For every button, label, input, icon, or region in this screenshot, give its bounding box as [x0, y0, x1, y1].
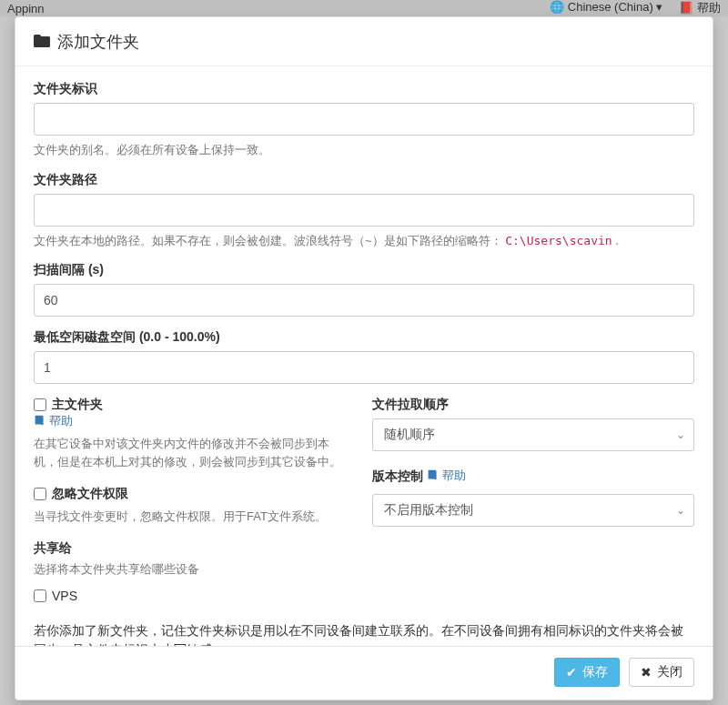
book-icon: [34, 414, 46, 428]
pull-order-select[interactable]: 随机顺序: [372, 418, 694, 451]
master-folder-label[interactable]: 主文件夹: [34, 397, 350, 413]
min-disk-label: 最低空闲磁盘空间 (0.0 - 100.0%): [34, 329, 694, 346]
master-folder-desc: 在其它设备中对该文件夹内文件的修改并不会被同步到本机，但是在本机上对其的修改，则…: [34, 435, 350, 471]
modal-footer: ✔ 保存 ✖ 关闭: [15, 646, 713, 700]
check-icon: ✔: [566, 665, 577, 680]
share-device-row: VPS: [34, 589, 350, 603]
ignore-perm-label[interactable]: 忽略文件权限: [34, 486, 350, 502]
modal-body: 文件夹标识 文件夹的别名。必须在所有设备上保持一致。 文件夹路径 文件夹在本地的…: [15, 66, 713, 646]
options-right: 文件拉取顺序 随机顺序 ⌄ 版本控制 帮助: [372, 397, 694, 603]
ignore-perm-checkbox[interactable]: [34, 488, 46, 500]
master-folder-line: 主文件夹 帮助: [34, 397, 350, 429]
min-disk-group: 最低空闲磁盘空间 (0.0 - 100.0%): [34, 329, 694, 384]
add-folder-modal: 添加文件夹 文件夹标识 文件夹的别名。必须在所有设备上保持一致。 文件夹路径 文…: [15, 16, 713, 700]
folder-path-input[interactable]: [34, 194, 694, 227]
share-device-vps-checkbox[interactable]: [34, 589, 46, 602]
master-folder-help-link[interactable]: 帮助: [34, 413, 73, 429]
book-icon: [427, 468, 439, 483]
ignore-perm-desc: 当寻找文件变更时，忽略文件权限。用于FAT文件系统。: [34, 508, 350, 526]
bottom-note: 若你添加了新文件夹，记住文件夹标识是用以在不同设备间建立联系的。在不同设备间拥有…: [34, 621, 694, 646]
pull-order-select-wrapper: 随机顺序 ⌄: [372, 418, 694, 451]
share-device-vps-label[interactable]: VPS: [34, 589, 77, 603]
options-row: 主文件夹 帮助 在其它设备中对该文件夹内文件的修改并不会被同步到本机，但是在本机…: [34, 397, 694, 603]
folder-id-group: 文件夹标识 文件夹的别名。必须在所有设备上保持一致。: [34, 81, 694, 159]
version-select-wrapper: 不启用版本控制 ⌄: [372, 494, 694, 527]
version-label-row: 版本控制 帮助: [372, 468, 694, 488]
close-button[interactable]: ✖ 关闭: [629, 658, 694, 687]
save-button[interactable]: ✔ 保存: [554, 658, 620, 687]
folder-icon: [34, 34, 50, 51]
master-folder-checkbox[interactable]: [34, 398, 46, 411]
folder-id-input[interactable]: [34, 103, 694, 136]
share-label: 共享给: [34, 540, 350, 557]
scan-interval-input[interactable]: [34, 284, 694, 317]
folder-path-group: 文件夹路径 文件夹在本地的路径。如果不存在，则会被创建。波浪线符号（~）是如下路…: [34, 172, 694, 250]
version-help-link[interactable]: 帮助: [427, 468, 466, 484]
scan-interval-group: 扫描间隔 (s): [34, 262, 694, 317]
path-code: C:\Users\scavin: [505, 234, 612, 247]
folder-id-help: 文件夹的别名。必须在所有设备上保持一致。: [34, 141, 694, 159]
version-select[interactable]: 不启用版本控制: [372, 494, 694, 527]
folder-id-label: 文件夹标识: [34, 81, 694, 97]
modal-header: 添加文件夹: [15, 17, 713, 66]
ignore-perm-line: 忽略文件权限: [34, 486, 350, 502]
share-desc: 选择将本文件夹共享给哪些设备: [34, 560, 350, 579]
options-left: 主文件夹 帮助 在其它设备中对该文件夹内文件的修改并不会被同步到本机，但是在本机…: [34, 397, 350, 603]
modal-title: 添加文件夹: [57, 31, 139, 53]
close-icon: ✖: [641, 665, 652, 680]
version-label: 版本控制: [372, 468, 423, 485]
pull-order-label: 文件拉取顺序: [372, 397, 694, 413]
folder-path-help: 文件夹在本地的路径。如果不存在，则会被创建。波浪线符号（~）是如下路径的缩略符：…: [34, 232, 694, 250]
folder-path-label: 文件夹路径: [34, 172, 694, 188]
min-disk-input[interactable]: [34, 351, 694, 384]
scan-interval-label: 扫描间隔 (s): [34, 262, 694, 278]
